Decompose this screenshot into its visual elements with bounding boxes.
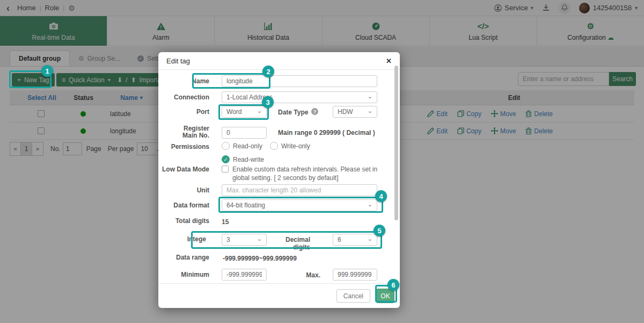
help-icon[interactable]: ? — [311, 108, 318, 115]
chevron-down-icon: ⌄ — [368, 94, 372, 99]
date-type-select[interactable]: HDW ⌄ — [333, 106, 377, 118]
total-digits-value: 15 — [222, 218, 229, 226]
main-range-text: Main range 0 299999 ( Decimal ) — [278, 129, 375, 137]
max-label: Max. — [295, 271, 320, 279]
max-input[interactable] — [333, 269, 377, 281]
chevron-down-icon: ⌄ — [368, 236, 372, 242]
edit-tag-modal: Edit tag ✕ Name Connection 1-Local Addre… — [158, 52, 400, 308]
name-label: Name — [158, 78, 209, 85]
total-digits-label: Total digits — [158, 218, 209, 225]
close-icon[interactable]: ✕ — [386, 57, 392, 65]
connection-label: Connection — [158, 94, 209, 101]
register-label: Register Main No. — [158, 125, 209, 139]
chevron-down-icon: ⌄ — [257, 108, 262, 114]
decimal-digits-label: Decimal digits — [267, 236, 310, 251]
unit-label: Unit — [158, 187, 209, 194]
connection-select[interactable]: 1-Local Address ⌄ — [222, 91, 377, 103]
integer-digits-label: Intege — [158, 236, 206, 243]
permissions-label: Permissions — [158, 143, 209, 150]
radio-unchecked-icon[interactable] — [222, 142, 230, 150]
chevron-down-icon: ⌄ — [368, 202, 372, 207]
register-main-no-input[interactable] — [222, 127, 267, 139]
low-data-mode-text: Enable custom data refresh intervals. Pl… — [232, 165, 378, 182]
radio-checked-icon[interactable]: ✓ — [222, 155, 230, 163]
minimum-label: Minimum — [158, 271, 209, 278]
data-range-value: -999.999999~999.999999 — [223, 255, 297, 262]
step-badge-4: 4 — [375, 190, 387, 202]
low-data-mode-checkbox[interactable] — [222, 166, 229, 173]
data-format-select[interactable]: 64-bit floating ⌄ — [222, 199, 377, 211]
data-range-label: Data range — [158, 254, 209, 261]
minimum-input[interactable] — [222, 269, 267, 281]
step-badge-5: 5 — [374, 225, 385, 236]
chevron-down-icon: ⌄ — [257, 236, 262, 242]
date-type-label: Date Type — [278, 109, 308, 116]
name-input[interactable] — [222, 75, 377, 87]
read-only-option[interactable]: Read-only — [222, 142, 262, 150]
modal-title: Edit tag — [166, 57, 190, 65]
step-badge-1: 1 — [41, 65, 53, 77]
port-label: Port — [158, 109, 209, 116]
ok-button[interactable]: OK — [376, 289, 394, 303]
step-badge-2: 2 — [262, 66, 274, 77]
modal-header: Edit tag ✕ — [158, 52, 400, 70]
modal-footer: Cancel OK — [158, 283, 400, 308]
step-badge-6: 6 — [387, 279, 399, 291]
data-format-label: Data format — [158, 202, 209, 209]
modal-scrollbar-thumb[interactable] — [394, 66, 398, 220]
chevron-down-icon: ⌄ — [368, 108, 372, 114]
unit-input[interactable] — [222, 184, 377, 196]
radio-unchecked-icon[interactable] — [270, 142, 278, 150]
app-screen: ‹ Home | Role | ⚙ Service ▾ 1425400158 — [0, 0, 644, 323]
low-data-mode-label: Low Data Mode — [158, 166, 209, 173]
decimal-digits-select[interactable]: 6 ⌄ — [333, 234, 377, 246]
integer-digits-select[interactable]: 3 ⌄ — [222, 234, 267, 246]
step-badge-3: 3 — [262, 96, 274, 108]
cancel-button[interactable]: Cancel — [336, 289, 370, 303]
write-only-option[interactable]: Write-only — [270, 142, 310, 150]
port-select[interactable]: Word ⌄ — [222, 106, 267, 118]
read-write-option[interactable]: ✓ Read-write — [222, 155, 264, 163]
